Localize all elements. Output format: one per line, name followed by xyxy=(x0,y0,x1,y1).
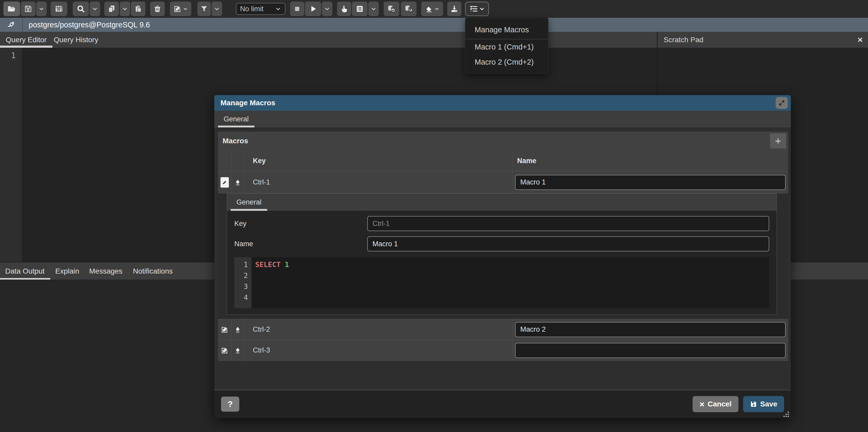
key-field-label: Key xyxy=(234,220,367,228)
manage-macros-dialog: Manage Macros General Macros + Key Name xyxy=(214,95,791,418)
tab-query-editor[interactable]: Query Editor xyxy=(6,32,46,48)
dialog-body: Macros + Key Name Ctrl-1 xyxy=(214,127,791,390)
add-macro-button[interactable]: + xyxy=(770,133,786,148)
execute-button[interactable] xyxy=(305,2,321,16)
paste-icon xyxy=(134,5,142,13)
collapse-row-button[interactable] xyxy=(220,177,229,188)
paste-button[interactable] xyxy=(131,2,146,16)
explain-options-button[interactable] xyxy=(368,2,379,16)
save-options-button[interactable] xyxy=(36,2,46,16)
find-group xyxy=(73,2,100,16)
chevron-down-icon xyxy=(479,6,485,12)
clear-macro-icon[interactable] xyxy=(234,178,242,186)
tab-explain[interactable]: Explain xyxy=(55,262,79,280)
tab-query-history-label: Query History xyxy=(54,36,98,44)
edit-group xyxy=(170,2,191,16)
macros-table-bottom-border xyxy=(218,361,788,361)
macro-name-input-1[interactable] xyxy=(515,175,786,190)
key-field-input[interactable] xyxy=(367,216,769,231)
macro-sql-editor[interactable]: 1 2 3 4 SELECT1 xyxy=(234,257,769,308)
close-icon: × xyxy=(699,400,705,408)
file-group xyxy=(3,2,46,16)
macro-menu-button[interactable] xyxy=(465,2,489,16)
tab-messages[interactable]: Messages xyxy=(89,262,123,280)
scratch-pad-close-icon[interactable]: × xyxy=(855,34,865,45)
cancel-button[interactable]: × Cancel xyxy=(692,396,739,412)
macro-edit-tab-general[interactable]: General xyxy=(231,194,267,211)
pgadmin-query-tool: No limit xyxy=(0,0,868,432)
find-options-button[interactable] xyxy=(90,2,100,16)
resize-grip[interactable] xyxy=(783,411,789,418)
clear-macro-icon[interactable] xyxy=(234,346,242,354)
delete-button[interactable] xyxy=(150,2,165,16)
data-grid-icon xyxy=(55,4,63,13)
copy-button[interactable] xyxy=(104,2,119,16)
dialog-titlebar[interactable]: Manage Macros xyxy=(214,95,791,111)
stop-icon xyxy=(293,5,301,13)
menu-item-manage-macros[interactable]: Manage Macros xyxy=(465,21,548,39)
dialog-tab-general-label: General xyxy=(224,115,249,123)
stop-query-button[interactable] xyxy=(290,2,304,16)
chevron-down-icon xyxy=(92,6,98,12)
editor-line-number: 1 xyxy=(0,51,16,60)
macro-name-input-2[interactable] xyxy=(515,322,786,337)
dialog-tab-general[interactable]: General xyxy=(218,111,254,127)
menu-item-macro-1[interactable]: Macro 1 (Cmd+1) xyxy=(465,39,548,55)
sql-line-number: 2 xyxy=(234,270,248,281)
tab-data-output[interactable]: Data Output xyxy=(5,262,44,280)
explain-button[interactable] xyxy=(337,2,351,16)
folder-open-icon xyxy=(7,4,16,13)
tab-query-history[interactable]: Query History xyxy=(54,32,98,48)
execute-options-button[interactable] xyxy=(322,2,332,16)
sql-keyword: SELECT xyxy=(255,261,281,269)
filter-group xyxy=(197,2,222,16)
copy-options-button[interactable] xyxy=(120,2,130,16)
macros-table-header: Key Name xyxy=(218,150,788,171)
save-button[interactable]: Save xyxy=(743,396,784,412)
filter-button[interactable] xyxy=(197,2,211,16)
play-icon xyxy=(309,4,317,13)
tab-notifications[interactable]: Notifications xyxy=(133,262,173,280)
checklist-icon xyxy=(469,4,478,13)
active-tab-underline xyxy=(231,209,267,211)
expand-row-button[interactable] xyxy=(221,326,228,333)
expand-row-button[interactable] xyxy=(221,346,228,354)
macro-dropdown-menu: Manage Macros Macro 1 (Cmd+1) Macro 2 (C… xyxy=(465,18,549,73)
menu-item-macro-2[interactable]: Macro 2 (Cmd+2) xyxy=(465,55,548,70)
macro-expanded-row: General Key Name xyxy=(218,193,788,319)
clear-macro-icon[interactable] xyxy=(234,326,242,333)
rollback-button[interactable] xyxy=(401,2,416,16)
connection-status[interactable] xyxy=(0,18,23,32)
sql-code-area[interactable]: SELECT1 xyxy=(251,257,769,308)
active-tab-underline xyxy=(0,45,52,48)
clear-button[interactable] xyxy=(421,2,443,16)
name-field-input[interactable] xyxy=(367,236,769,252)
edit-menu-button[interactable] xyxy=(170,2,191,16)
query-toolbar: No limit xyxy=(0,0,868,18)
row-limit-select[interactable]: No limit xyxy=(236,3,285,15)
connection-label: postgres/postgres@PostgreSQL 9.6 xyxy=(23,21,150,29)
filter-options-button[interactable] xyxy=(212,2,222,16)
tab-messages-label: Messages xyxy=(89,267,123,275)
dialog-title: Manage Macros xyxy=(220,99,776,107)
explain-analyze-button[interactable] xyxy=(352,2,368,16)
commit-button[interactable] xyxy=(384,2,399,16)
dialog-footer: ? × Cancel Save xyxy=(214,390,791,418)
chevron-down-icon xyxy=(183,6,188,11)
chevron-down-icon xyxy=(122,6,128,12)
dialog-expand-button[interactable] xyxy=(776,97,788,109)
open-file-button[interactable] xyxy=(3,2,20,16)
macro-row-ctrl-3: Ctrl-3 xyxy=(218,340,788,361)
database-commit-icon xyxy=(387,4,396,13)
clear-group xyxy=(421,2,443,16)
macro-key-cell: Ctrl-3 xyxy=(244,340,513,361)
tab-query-editor-label: Query Editor xyxy=(6,36,46,44)
data-grid-button[interactable] xyxy=(51,2,67,16)
sql-line-number: 4 xyxy=(234,292,248,303)
key-field-row: Key xyxy=(234,216,769,231)
save-file-button[interactable] xyxy=(21,2,35,16)
download-button[interactable] xyxy=(447,2,461,16)
help-button[interactable]: ? xyxy=(221,397,239,412)
macro-name-input-3[interactable] xyxy=(515,343,786,358)
find-button[interactable] xyxy=(73,2,89,16)
